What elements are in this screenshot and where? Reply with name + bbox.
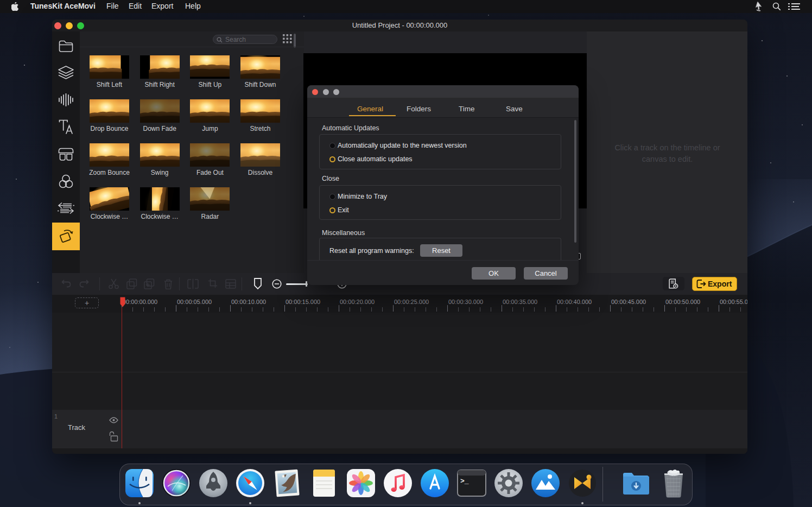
svg-text:>_: >_: [460, 477, 469, 485]
